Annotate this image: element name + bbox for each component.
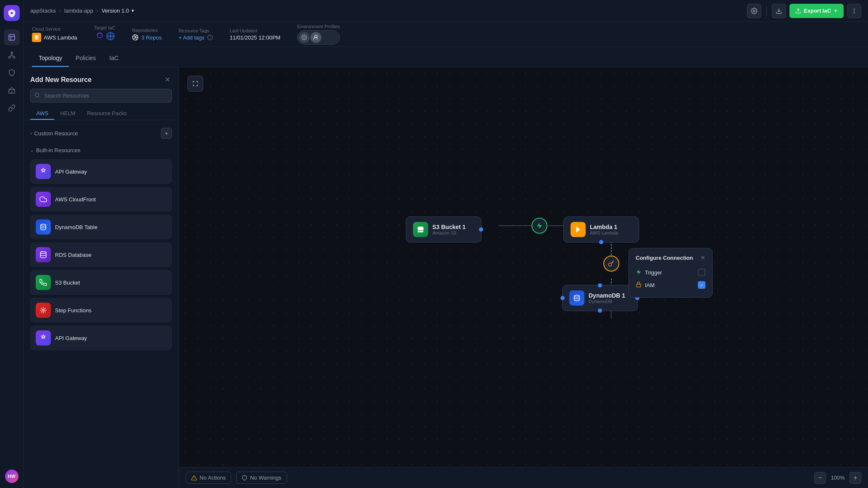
user-avatar[interactable]: HW [5,470,18,483]
svg-point-14 [109,35,111,37]
breadcrumb-version[interactable]: Version 1.0 ▼ [102,8,135,14]
step-functions-icon [36,303,51,318]
sub-tab-helm[interactable]: HELM [54,108,81,120]
dynamodb-node-icon [569,290,584,306]
s3-icon [36,275,51,290]
list-item[interactable]: Step Functions [30,298,172,322]
s3-node[interactable]: S3 Bucket 1 Amazon S3 [406,216,481,243]
dynamodb-top-dot[interactable] [598,283,602,288]
sub-tab-aws[interactable]: AWS [30,108,54,120]
dynamodb-node[interactable]: DynamoDB 1 DynamoDB [562,285,638,311]
nav-layers-icon[interactable] [4,29,20,45]
nav-link-icon[interactable] [4,100,20,116]
no-warnings-button[interactable]: No Warnings [236,472,287,484]
list-item[interactable]: RDS Database [30,243,172,267]
built-in-toggle[interactable]: ⌄ Built-in Resources [30,147,81,153]
svg-point-3 [8,56,11,58]
trigger-label: Trigger [645,269,662,276]
lightning-connector[interactable] [531,218,547,234]
svg-point-29 [608,263,611,266]
nav-sidebar: HW [0,0,24,488]
tab-policies[interactable]: Policies [69,50,103,67]
more-options-button[interactable] [847,4,861,18]
list-item[interactable]: API Gateway [30,159,172,184]
configure-connection-popup: Configure Connection ✕ Trigger [629,248,713,298]
list-item[interactable]: DynamoDB Table [30,215,172,239]
aws-lambda-icon [32,33,41,42]
sub-tab-resource-packs[interactable]: Resource Packs [81,108,133,120]
api-gateway-icon [36,164,51,179]
list-item[interactable]: AWS CloudFront [30,187,172,211]
trigger-option[interactable]: Trigger [636,266,705,279]
settings-button[interactable] [747,4,761,18]
no-actions-button[interactable]: No Actions [186,472,231,484]
iam-option-left: IAM [636,282,655,289]
panel-close-button[interactable]: ✕ [163,74,172,85]
tab-topology[interactable]: Topology [32,50,69,67]
repositories-value: 3 Repos [132,34,161,41]
custom-resource-toggle[interactable]: › Custom Resource [30,130,78,137]
s3-right-dot[interactable] [479,227,483,232]
svg-point-6 [753,10,755,12]
canvas-connections-svg [179,67,868,488]
svg-point-9 [854,8,854,9]
trigger-checkbox[interactable] [698,269,705,276]
tab-iac[interactable]: IaC [103,50,125,67]
add-tags-button[interactable]: + Add tags [179,34,205,41]
dynamodb-icon [36,219,51,235]
repositories-label: Repositories [132,28,161,33]
lambda-node-icon [571,222,586,237]
breadcrumb-sep2: › [97,8,98,14]
env-profiles-info: Environment Profiles [297,24,340,45]
export-iac-button[interactable]: Export IaC ▼ [789,4,844,18]
custom-resource-add-button[interactable]: + [161,128,172,139]
lambda-node-name: Lambda 1 [590,224,618,230]
lambda-node[interactable]: Lambda 1 AWS Lambda [563,216,639,243]
breadcrumb-project[interactable]: lambda-app [64,8,93,14]
s3-node-name: S3 Bucket 1 [432,224,466,230]
list-item[interactable]: API Gateway [30,326,172,350]
list-item[interactable]: S3 Bucket [30,270,172,295]
breadcrumb-app[interactable]: appStacks [30,8,56,14]
app-logo [4,5,20,21]
zoom-level: 100% [829,475,846,481]
iam-option[interactable]: IAM ✓ [636,279,705,291]
panel-header: Add New Resource ✕ [24,67,179,89]
breadcrumb-sep1: › [59,8,61,14]
iam-checkbox[interactable]: ✓ [698,281,705,289]
svg-point-2 [11,52,13,54]
s3-node-info: S3 Bucket 1 Amazon S3 [432,224,466,235]
canvas-fit-button[interactable] [187,76,203,92]
download-button[interactable] [772,4,786,18]
resource-tags-value: + Add tags [179,34,213,41]
nav-shield-icon[interactable] [4,65,20,81]
svg-rect-1 [9,34,15,40]
target-iac-info: Target IaC [94,25,116,43]
svg-point-4 [13,56,15,58]
env-profiles-label: Environment Profiles [297,24,340,29]
lambda-bottom-dot[interactable] [599,240,603,244]
main-content: appStacks › lambda-app › Version 1.0 ▼ [24,0,868,488]
repos-link[interactable]: 3 Repos [141,34,161,41]
built-in-chevron-icon: ⌄ [30,148,34,153]
canvas-bottom: No Actions No Warnings − 100% + [179,467,868,488]
tab-bar: Topology Policies IaC [24,47,868,67]
zoom-out-button[interactable]: − [814,472,826,484]
nav-topology-icon[interactable] [4,47,20,63]
canvas-toolbar [187,76,203,92]
target-iac-label: Target IaC [94,25,116,30]
nav-bank-icon[interactable] [4,82,20,98]
divider [766,6,767,16]
resource-tags-label: Resource Tags [179,28,213,33]
custom-resource-chevron-icon: › [30,131,32,136]
popup-close-button[interactable]: ✕ [700,254,705,261]
top-bar: appStacks › lambda-app › Version 1.0 ▼ [24,0,868,22]
cloud-service-info: Cloud Service AWS Lambda [32,26,77,42]
search-input[interactable] [30,89,172,103]
no-warnings-label: No Warnings [250,475,281,481]
key-connector[interactable] [603,256,619,272]
dynamodb-bottom-dot[interactable] [598,309,602,313]
zoom-in-button[interactable]: + [850,472,861,484]
dynamodb-left-dot[interactable] [560,296,565,300]
env-profiles-toggle[interactable] [297,30,340,45]
